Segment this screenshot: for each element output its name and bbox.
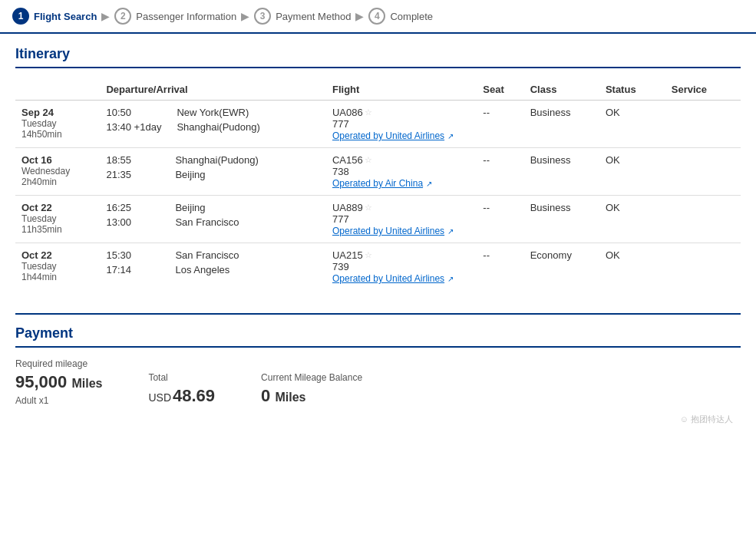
step-num-complete: 4 xyxy=(368,8,385,25)
adult-info: Adult x1 xyxy=(15,395,102,406)
times-0: 10:50 13:40 +1day xyxy=(106,107,161,136)
col-status: Status xyxy=(599,79,665,101)
dep-loc-1: Shanghai(Pudong) xyxy=(175,154,275,166)
date-duration-0: 14h50min xyxy=(21,129,94,140)
class-1: Business xyxy=(524,148,599,196)
flight-date-0: Sep 24 Tuesday 14h50min xyxy=(15,101,100,148)
arr-time-2: 13:00 xyxy=(106,216,160,228)
status-1: OK xyxy=(599,148,665,196)
operator-link-0[interactable]: Operated by United Airlines ↗ xyxy=(332,130,470,141)
payment-row: Required mileage 95,000 Miles Adult x1 T… xyxy=(15,358,741,406)
operator-text-0[interactable]: Operated by United Airlines xyxy=(332,130,444,141)
star-icon-1: ☆ xyxy=(365,155,372,165)
flight-info-3: UA215☆ 739 Operated by United Airlines ↗ xyxy=(326,243,477,291)
dep-loc-2: Beijing xyxy=(175,202,275,213)
operator-text-2[interactable]: Operated by United Airlines xyxy=(332,226,444,236)
step-label-passenger-info: Passenger Information xyxy=(136,11,236,22)
flight-date-3: Oct 22 Tuesday 1h44min xyxy=(15,243,100,291)
dep-time-2: 16:25 xyxy=(106,202,160,213)
seat-1: -- xyxy=(477,148,523,196)
main-content: Itinerary Departure/Arrival Flight Seat … xyxy=(0,34,756,437)
status-2: OK xyxy=(599,196,665,243)
table-row: Oct 16 Wednesday 2h40min 18:55 21:35 Sha… xyxy=(15,148,741,196)
step-arrow-0: ▶ xyxy=(101,10,110,22)
star-icon-3: ☆ xyxy=(365,250,372,260)
operator-link-1[interactable]: Operated by Air China ↗ xyxy=(332,177,470,189)
arr-time-3: 17:14 xyxy=(106,264,160,276)
date-day-2: Tuesday xyxy=(21,213,94,224)
operator-link-3[interactable]: Operated by United Airlines ↗ xyxy=(332,272,470,284)
star-icon-0: ☆ xyxy=(365,107,372,117)
seat-2: -- xyxy=(477,196,523,243)
table-row: Oct 22 Tuesday 11h35min 16:25 13:00 Beij… xyxy=(15,196,741,243)
date-main-1: Oct 16 xyxy=(21,154,94,166)
times-1: 18:55 21:35 xyxy=(106,154,160,183)
date-main-2: Oct 22 xyxy=(21,202,94,213)
operator-text-3[interactable]: Operated by United Airlines xyxy=(332,273,444,284)
arr-loc-0: Shanghai(Pudong) xyxy=(177,121,276,133)
seat-3: -- xyxy=(477,243,523,291)
flight-times-locs-2: 16:25 13:00 Beijing San Francisco xyxy=(100,196,326,243)
required-mileage-value: 95,000 Miles xyxy=(15,372,102,392)
flight-aircraft-3: 739 xyxy=(332,261,470,272)
external-link-icon-2: ↗ xyxy=(447,227,454,236)
external-link-icon-1: ↗ xyxy=(426,180,432,188)
operator-link-2[interactable]: Operated by United Airlines ↗ xyxy=(332,225,470,236)
col-service: Service xyxy=(665,79,741,101)
service-3 xyxy=(665,243,741,291)
step-label-flight-search: Flight Search xyxy=(34,11,97,22)
service-1 xyxy=(665,148,741,196)
step-label-complete: Complete xyxy=(390,11,433,22)
operator-text-1[interactable]: Operated by Air China xyxy=(332,178,423,189)
flight-date-1: Oct 16 Wednesday 2h40min xyxy=(15,148,100,196)
arr-loc-3: Los Angeles xyxy=(175,264,275,276)
flight-num-0: UA086☆ xyxy=(332,107,470,118)
flight-aircraft-2: 777 xyxy=(332,213,470,225)
flight-aircraft-0: 777 xyxy=(332,118,470,130)
class-0: Business xyxy=(524,101,599,148)
flight-times-locs-0: 10:50 13:40 +1day New York(EWR) Shanghai… xyxy=(100,101,326,148)
col-dep-arr: Departure/Arrival xyxy=(100,79,326,101)
stepper: 1Flight Search▶2Passenger Information▶3P… xyxy=(0,0,756,34)
col-seat: Seat xyxy=(477,79,523,101)
locations-3: San Francisco Los Angeles xyxy=(175,249,275,279)
flight-info-2: UA889☆ 777 Operated by United Airlines ↗ xyxy=(326,196,477,243)
date-main-0: Sep 24 xyxy=(21,107,94,118)
arr-loc-2: San Francisco xyxy=(175,216,275,228)
step-arrow-2: ▶ xyxy=(355,10,364,22)
step-payment-method[interactable]: 3Payment Method xyxy=(254,8,351,25)
watermark: ☺ 抱团特达人 xyxy=(15,414,741,425)
total-payment: Total USD48.69 xyxy=(148,372,215,406)
payment-section: Payment Required mileage 95,000 Miles Ad… xyxy=(15,313,741,406)
flight-aircraft-1: 738 xyxy=(332,166,470,177)
status-3: OK xyxy=(599,243,665,291)
arr-time-0: 13:40 +1day xyxy=(106,121,161,133)
flight-times-locs-1: 18:55 21:35 Shanghai(Pudong) Beijing xyxy=(100,148,326,196)
step-flight-search[interactable]: 1Flight Search xyxy=(12,8,97,25)
flight-date-2: Oct 22 Tuesday 11h35min xyxy=(15,196,100,243)
times-3: 15:30 17:14 xyxy=(106,249,160,279)
itinerary-table: Departure/Arrival Flight Seat Class Stat… xyxy=(15,79,741,290)
dep-loc-0: New York(EWR) xyxy=(177,107,276,118)
step-passenger-info[interactable]: 2Passenger Information xyxy=(114,8,236,25)
flight-num-1: CA156☆ xyxy=(332,154,470,166)
date-duration-1: 2h40min xyxy=(21,177,94,187)
step-num-payment-method: 3 xyxy=(254,8,271,25)
external-link-icon-0: ↗ xyxy=(447,132,454,140)
service-2 xyxy=(665,196,741,243)
dep-time-0: 10:50 xyxy=(106,107,161,118)
step-num-passenger-info: 2 xyxy=(114,8,131,25)
date-duration-3: 1h44min xyxy=(21,272,94,282)
arr-time-1: 21:35 xyxy=(106,169,160,180)
seat-0: -- xyxy=(477,101,523,148)
step-arrow-1: ▶ xyxy=(241,10,249,22)
date-duration-2: 11h35min xyxy=(21,224,94,235)
step-complete[interactable]: 4Complete xyxy=(368,8,433,25)
locations-2: Beijing San Francisco xyxy=(175,202,275,231)
locations-1: Shanghai(Pudong) Beijing xyxy=(175,154,275,183)
service-0 xyxy=(665,101,741,148)
step-num-flight-search: 1 xyxy=(12,8,29,25)
total-value: USD48.69 xyxy=(148,386,215,406)
mileage-balance: Current Mileage Balance 0 Miles xyxy=(261,372,362,406)
date-day-3: Tuesday xyxy=(21,261,94,272)
